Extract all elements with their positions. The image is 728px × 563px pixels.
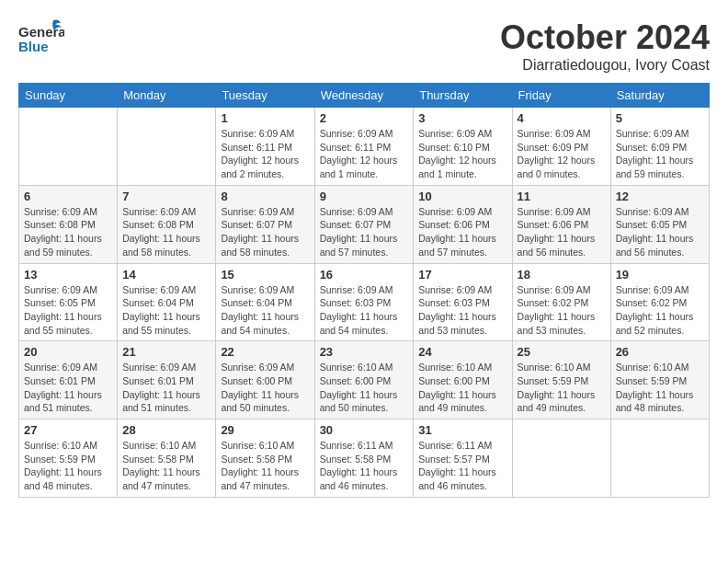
logo: General Blue: [18, 18, 64, 59]
day-number: 18: [518, 268, 606, 282]
day-info: Sunrise: 6:10 AMSunset: 5:58 PMDaylight:…: [122, 439, 210, 493]
day-number: 30: [320, 423, 409, 437]
calendar-day-cell: 20Sunrise: 6:09 AMSunset: 6:01 PMDayligh…: [19, 341, 118, 419]
calendar-day-cell: 4Sunrise: 6:09 AMSunset: 6:09 PMDaylight…: [512, 108, 610, 186]
calendar-day-cell: 9Sunrise: 6:09 AMSunset: 6:07 PMDaylight…: [314, 185, 414, 263]
day-info: Sunrise: 6:09 AMSunset: 6:10 PMDaylight:…: [418, 127, 506, 181]
day-info: Sunrise: 6:10 AMSunset: 6:00 PMDaylight:…: [320, 361, 409, 415]
day-info: Sunrise: 6:09 AMSunset: 6:11 PMDaylight:…: [221, 127, 309, 181]
day-number: 29: [221, 423, 309, 437]
day-number: 15: [221, 268, 309, 282]
day-info: Sunrise: 6:09 AMSunset: 6:11 PMDaylight:…: [320, 127, 409, 181]
svg-text:Blue: Blue: [18, 39, 49, 54]
page-header: General Blue October 2024 Diarratiedougo…: [18, 18, 710, 74]
calendar-week-row: 27Sunrise: 6:10 AMSunset: 5:59 PMDayligh…: [19, 419, 710, 498]
calendar-day-cell: [610, 419, 709, 498]
day-info: Sunrise: 6:10 AMSunset: 5:59 PMDaylight:…: [518, 361, 606, 415]
day-info: Sunrise: 6:09 AMSunset: 6:03 PMDaylight:…: [320, 283, 409, 338]
calendar-week-row: 13Sunrise: 6:09 AMSunset: 6:05 PMDayligh…: [19, 263, 710, 341]
day-number: 31: [418, 423, 506, 437]
calendar-day-cell: 14Sunrise: 6:09 AMSunset: 6:04 PMDayligh…: [118, 263, 216, 341]
day-number: 8: [221, 190, 309, 203]
day-info: Sunrise: 6:09 AMSunset: 6:02 PMDaylight:…: [518, 283, 606, 338]
logo-container: General Blue: [18, 18, 64, 59]
calendar-table: SundayMondayTuesdayWednesdayThursdayFrid…: [18, 83, 710, 498]
day-number: 14: [122, 268, 210, 282]
day-info: Sunrise: 6:09 AMSunset: 6:08 PMDaylight:…: [122, 205, 210, 259]
month-title: October 2024: [500, 18, 710, 57]
day-info: Sunrise: 6:09 AMSunset: 6:00 PMDaylight:…: [221, 361, 309, 415]
location: Diarratiedougou, Ivory Coast: [500, 57, 710, 74]
calendar-day-cell: 30Sunrise: 6:11 AMSunset: 5:58 PMDayligh…: [314, 419, 414, 498]
day-info: Sunrise: 6:09 AMSunset: 6:01 PMDaylight:…: [122, 361, 210, 415]
day-info: Sunrise: 6:09 AMSunset: 6:02 PMDaylight:…: [616, 283, 704, 338]
day-number: 23: [320, 345, 409, 359]
day-number: 2: [320, 111, 409, 125]
day-info: Sunrise: 6:10 AMSunset: 6:00 PMDaylight:…: [418, 361, 506, 415]
calendar-day-cell: 26Sunrise: 6:10 AMSunset: 5:59 PMDayligh…: [610, 341, 709, 419]
calendar-week-row: 1Sunrise: 6:09 AMSunset: 6:11 PMDaylight…: [19, 108, 710, 186]
day-number: 10: [418, 190, 506, 203]
calendar-day-cell: 17Sunrise: 6:09 AMSunset: 6:03 PMDayligh…: [414, 263, 512, 341]
weekday-header-cell: Wednesday: [314, 84, 414, 108]
day-info: Sunrise: 6:10 AMSunset: 5:59 PMDaylight:…: [24, 439, 112, 493]
calendar-body: 1Sunrise: 6:09 AMSunset: 6:11 PMDaylight…: [19, 108, 710, 498]
day-info: Sunrise: 6:09 AMSunset: 6:07 PMDaylight:…: [221, 205, 309, 259]
day-number: 17: [418, 268, 506, 282]
day-number: 12: [616, 190, 704, 203]
day-info: Sunrise: 6:09 AMSunset: 6:07 PMDaylight:…: [320, 205, 409, 259]
day-info: Sunrise: 6:09 AMSunset: 6:05 PMDaylight:…: [616, 205, 704, 259]
day-number: 19: [616, 268, 704, 282]
calendar-day-cell: 28Sunrise: 6:10 AMSunset: 5:58 PMDayligh…: [118, 419, 216, 498]
calendar-day-cell: 22Sunrise: 6:09 AMSunset: 6:00 PMDayligh…: [216, 341, 314, 419]
calendar-day-cell: [512, 419, 610, 498]
calendar-day-cell: 16Sunrise: 6:09 AMSunset: 6:03 PMDayligh…: [314, 263, 414, 341]
day-info: Sunrise: 6:09 AMSunset: 6:01 PMDaylight:…: [24, 361, 112, 415]
day-number: 1: [221, 111, 309, 125]
calendar-day-cell: 12Sunrise: 6:09 AMSunset: 6:05 PMDayligh…: [610, 185, 709, 263]
day-number: 22: [221, 345, 309, 359]
day-number: 6: [24, 190, 112, 203]
calendar-day-cell: 15Sunrise: 6:09 AMSunset: 6:04 PMDayligh…: [216, 263, 314, 341]
weekday-header-cell: Saturday: [610, 84, 709, 108]
weekday-header-cell: Monday: [118, 84, 216, 108]
day-number: 5: [616, 111, 704, 125]
calendar-day-cell: [19, 108, 118, 186]
day-info: Sunrise: 6:09 AMSunset: 6:05 PMDaylight:…: [24, 283, 112, 338]
calendar-day-cell: 2Sunrise: 6:09 AMSunset: 6:11 PMDaylight…: [314, 108, 414, 186]
day-number: 13: [24, 268, 112, 282]
calendar-day-cell: 29Sunrise: 6:10 AMSunset: 5:58 PMDayligh…: [216, 419, 314, 498]
calendar-day-cell: 1Sunrise: 6:09 AMSunset: 6:11 PMDaylight…: [216, 108, 314, 186]
calendar-day-cell: [118, 108, 216, 186]
day-number: 11: [518, 190, 606, 203]
day-number: 25: [518, 345, 606, 359]
calendar-day-cell: 24Sunrise: 6:10 AMSunset: 6:00 PMDayligh…: [414, 341, 512, 419]
day-info: Sunrise: 6:09 AMSunset: 6:04 PMDaylight:…: [122, 283, 210, 338]
calendar-day-cell: 25Sunrise: 6:10 AMSunset: 5:59 PMDayligh…: [512, 341, 610, 419]
calendar-day-cell: 21Sunrise: 6:09 AMSunset: 6:01 PMDayligh…: [118, 341, 216, 419]
day-info: Sunrise: 6:09 AMSunset: 6:09 PMDaylight:…: [616, 127, 704, 181]
day-info: Sunrise: 6:10 AMSunset: 5:58 PMDaylight:…: [221, 439, 309, 493]
day-number: 28: [122, 423, 210, 437]
day-info: Sunrise: 6:09 AMSunset: 6:08 PMDaylight:…: [24, 205, 112, 259]
day-number: 3: [418, 111, 506, 125]
weekday-header-cell: Thursday: [414, 84, 512, 108]
calendar-day-cell: 18Sunrise: 6:09 AMSunset: 6:02 PMDayligh…: [512, 263, 610, 341]
day-info: Sunrise: 6:11 AMSunset: 5:58 PMDaylight:…: [320, 439, 409, 493]
weekday-header-cell: Friday: [512, 84, 610, 108]
calendar-day-cell: 8Sunrise: 6:09 AMSunset: 6:07 PMDaylight…: [216, 185, 314, 263]
day-info: Sunrise: 6:11 AMSunset: 5:57 PMDaylight:…: [418, 439, 506, 493]
calendar-week-row: 20Sunrise: 6:09 AMSunset: 6:01 PMDayligh…: [19, 341, 710, 419]
day-info: Sunrise: 6:10 AMSunset: 5:59 PMDaylight:…: [616, 361, 704, 415]
day-info: Sunrise: 6:09 AMSunset: 6:09 PMDaylight:…: [518, 127, 606, 181]
calendar-day-cell: 31Sunrise: 6:11 AMSunset: 5:57 PMDayligh…: [414, 419, 512, 498]
calendar-day-cell: 13Sunrise: 6:09 AMSunset: 6:05 PMDayligh…: [19, 263, 118, 341]
day-number: 24: [418, 345, 506, 359]
day-number: 27: [24, 423, 112, 437]
calendar-day-cell: 5Sunrise: 6:09 AMSunset: 6:09 PMDaylight…: [610, 108, 709, 186]
calendar-header-row: SundayMondayTuesdayWednesdayThursdayFrid…: [19, 84, 710, 108]
calendar-day-cell: 27Sunrise: 6:10 AMSunset: 5:59 PMDayligh…: [19, 419, 118, 498]
logo-graphic: General Blue: [18, 18, 64, 59]
day-number: 20: [24, 345, 112, 359]
logo-bird-svg: General Blue: [18, 18, 64, 59]
